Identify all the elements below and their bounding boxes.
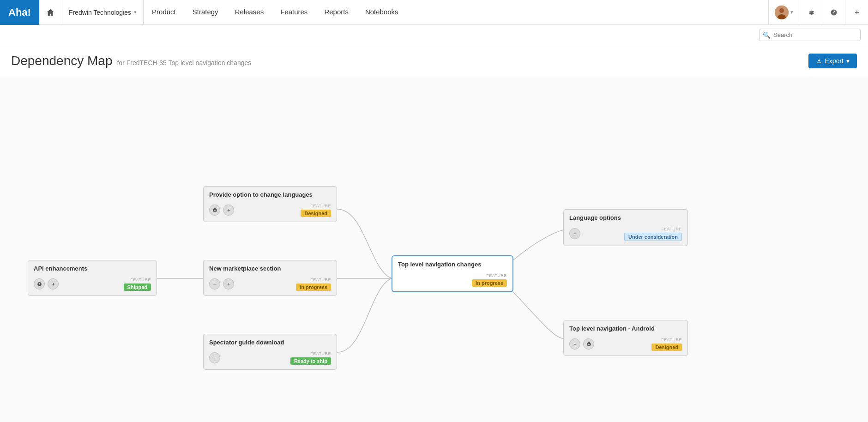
nav-strategy[interactable]: Strategy xyxy=(184,0,227,25)
node-center-badge: In progress xyxy=(472,279,507,287)
page-title: Dependency Map xyxy=(11,54,112,68)
nav-features[interactable]: Features xyxy=(272,0,316,25)
node-api: API enhancements FEATURE Shipped xyxy=(28,260,157,296)
logo[interactable]: Aha! xyxy=(0,0,39,25)
node-marketplace-title: New marketplace section xyxy=(209,265,331,273)
node-languages: Provide option to change languages FEATU… xyxy=(203,186,337,222)
svg-point-1 xyxy=(779,8,784,13)
company-selector[interactable]: Fredwin Technologies ▾ xyxy=(62,0,144,25)
node-spectator-badge: Ready to ship xyxy=(290,357,331,365)
node-center-title: Top level navigation changes xyxy=(398,261,507,269)
node-api-type: FEATURE xyxy=(130,277,151,282)
node-marketplace-right: FEATURE In progress xyxy=(296,277,331,291)
node-api-title: API enhancements xyxy=(34,265,151,273)
help-button[interactable] xyxy=(822,0,845,25)
user-avatar[interactable]: ▾ xyxy=(769,0,799,25)
node-languages-footer: FEATURE Designed xyxy=(209,204,331,217)
node-android-badge: Designed xyxy=(651,344,682,351)
node-languages-type: FEATURE xyxy=(310,204,331,208)
node-api-badge: Shipped xyxy=(124,283,151,291)
node-center-type: FEATURE xyxy=(486,273,507,278)
home-button[interactable] xyxy=(39,0,62,25)
node-spectator-footer: FEATURE Ready to ship xyxy=(209,351,331,365)
search-bar: 🔍 xyxy=(0,25,868,45)
export-icon xyxy=(816,58,822,64)
export-button[interactable]: Export ▾ xyxy=(808,54,857,68)
market-add-icon[interactable] xyxy=(223,278,234,289)
map-canvas: API enhancements FEATURE Shipped Provide… xyxy=(0,75,868,422)
node-lang-options-icons xyxy=(569,228,580,239)
android-move-icon[interactable] xyxy=(569,338,580,350)
node-api-right: FEATURE Shipped xyxy=(124,277,151,291)
node-android: Top level navigation - Android FEATURE D… xyxy=(563,320,688,356)
node-marketplace-icons: − xyxy=(209,278,234,289)
node-center-right: FEATURE In progress xyxy=(472,273,507,287)
node-lang-options-right: FEATURE Under consideration xyxy=(624,227,682,241)
nav-releases[interactable]: Releases xyxy=(227,0,272,25)
node-lang-options: Language options FEATURE Under considera… xyxy=(563,209,688,246)
search-container: 🔍 xyxy=(759,29,861,41)
settings-button[interactable] xyxy=(799,0,822,25)
node-languages-badge: Designed xyxy=(301,210,331,217)
node-marketplace-type: FEATURE xyxy=(310,277,331,282)
node-spectator-title: Spectator guide download xyxy=(209,339,331,347)
api-add-icon[interactable] xyxy=(48,278,59,289)
dependency-connectors xyxy=(0,75,868,422)
title-wrap: Dependency Map for FredTECH-35 Top level… xyxy=(11,54,251,68)
nav-items: Product Strategy Releases Features Repor… xyxy=(144,0,768,25)
nav-reports[interactable]: Reports xyxy=(316,0,357,25)
nav-right: ▾ xyxy=(768,0,868,25)
spectator-add-icon[interactable] xyxy=(209,352,220,363)
nav-product[interactable]: Product xyxy=(144,0,184,25)
export-chevron-icon: ▾ xyxy=(846,57,850,65)
node-center-footer: FEATURE In progress xyxy=(398,273,507,287)
chevron-down-icon: ▾ xyxy=(134,9,137,15)
nav-notebooks[interactable]: Notebooks xyxy=(357,0,407,25)
top-nav: Aha! Fredwin Technologies ▾ Product Stra… xyxy=(0,0,868,25)
api-link-icon[interactable] xyxy=(34,278,45,289)
node-languages-right: FEATURE Designed xyxy=(301,204,331,217)
page-subtitle: for FredTECH-35 Top level navigation cha… xyxy=(117,59,251,66)
node-marketplace-footer: − FEATURE In progress xyxy=(209,277,331,291)
lang-link-icon[interactable] xyxy=(209,205,220,216)
node-spectator-right: FEATURE Ready to ship xyxy=(290,351,331,365)
node-spectator: Spectator guide download FEATURE Ready t… xyxy=(203,334,337,370)
node-spectator-type: FEATURE xyxy=(310,351,331,356)
market-minus-icon[interactable]: − xyxy=(209,278,220,289)
node-android-icons xyxy=(569,338,594,350)
lang-opt-add-icon[interactable] xyxy=(569,228,580,239)
search-input[interactable] xyxy=(759,29,861,41)
page-header: Dependency Map for FredTECH-35 Top level… xyxy=(0,45,868,75)
node-center: Top level navigation changes FEATURE In … xyxy=(392,255,513,292)
node-languages-title: Provide option to change languages xyxy=(209,191,331,199)
avatar-chevron: ▾ xyxy=(790,9,793,15)
node-marketplace: New marketplace section − FEATURE In pro… xyxy=(203,260,337,296)
node-android-title: Top level navigation - Android xyxy=(569,325,682,333)
node-lang-options-title: Language options xyxy=(569,214,682,222)
node-languages-icons xyxy=(209,205,234,216)
node-android-type: FEATURE xyxy=(661,338,682,342)
node-api-icons xyxy=(34,278,59,289)
node-lang-options-type: FEATURE xyxy=(661,227,682,231)
node-android-right: FEATURE Designed xyxy=(651,338,682,351)
node-spectator-icons xyxy=(209,352,220,363)
search-icon: 🔍 xyxy=(763,31,771,39)
node-api-footer: FEATURE Shipped xyxy=(34,277,151,291)
node-marketplace-badge: In progress xyxy=(296,283,331,291)
node-android-footer: FEATURE Designed xyxy=(569,338,682,351)
node-lang-options-footer: FEATURE Under consideration xyxy=(569,227,682,241)
android-link-icon[interactable] xyxy=(583,338,594,350)
lang-add-icon[interactable] xyxy=(223,205,234,216)
add-button[interactable] xyxy=(845,0,868,25)
node-lang-options-badge: Under consideration xyxy=(624,233,682,241)
